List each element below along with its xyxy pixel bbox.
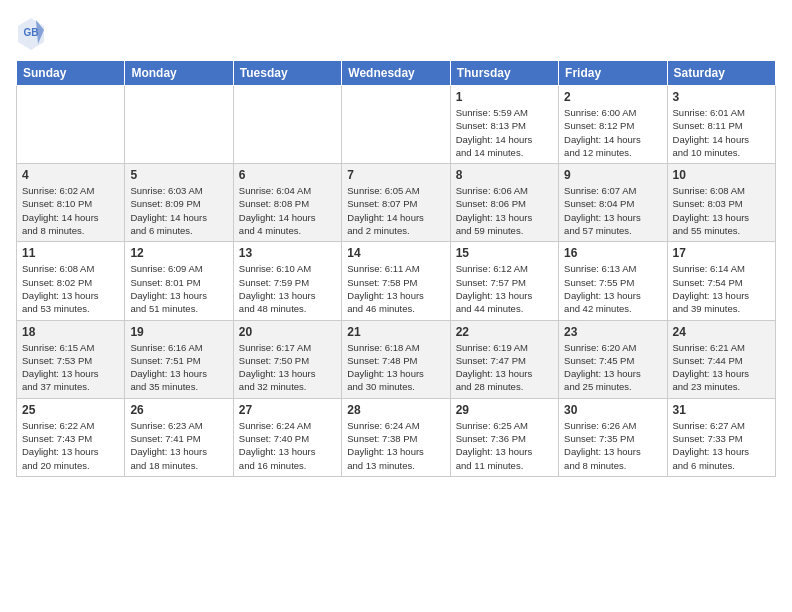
day-info: Sunrise: 6:26 AMSunset: 7:35 PMDaylight:…	[564, 419, 661, 472]
day-info: Sunrise: 6:08 AMSunset: 8:02 PMDaylight:…	[22, 262, 119, 315]
calendar-cell: 31Sunrise: 6:27 AMSunset: 7:33 PMDayligh…	[667, 398, 775, 476]
calendar-cell: 20Sunrise: 6:17 AMSunset: 7:50 PMDayligh…	[233, 320, 341, 398]
calendar-cell: 14Sunrise: 6:11 AMSunset: 7:58 PMDayligh…	[342, 242, 450, 320]
day-number: 29	[456, 403, 553, 417]
day-number: 31	[673, 403, 770, 417]
day-info: Sunrise: 6:01 AMSunset: 8:11 PMDaylight:…	[673, 106, 770, 159]
day-number: 15	[456, 246, 553, 260]
day-number: 20	[239, 325, 336, 339]
day-info: Sunrise: 6:04 AMSunset: 8:08 PMDaylight:…	[239, 184, 336, 237]
day-info: Sunrise: 6:16 AMSunset: 7:51 PMDaylight:…	[130, 341, 227, 394]
calendar-cell: 1Sunrise: 5:59 AMSunset: 8:13 PMDaylight…	[450, 86, 558, 164]
day-info: Sunrise: 6:03 AMSunset: 8:09 PMDaylight:…	[130, 184, 227, 237]
day-info: Sunrise: 6:15 AMSunset: 7:53 PMDaylight:…	[22, 341, 119, 394]
calendar-week-row: 18Sunrise: 6:15 AMSunset: 7:53 PMDayligh…	[17, 320, 776, 398]
day-number: 13	[239, 246, 336, 260]
day-info: Sunrise: 6:17 AMSunset: 7:50 PMDaylight:…	[239, 341, 336, 394]
calendar-cell: 25Sunrise: 6:22 AMSunset: 7:43 PMDayligh…	[17, 398, 125, 476]
day-info: Sunrise: 6:21 AMSunset: 7:44 PMDaylight:…	[673, 341, 770, 394]
day-number: 25	[22, 403, 119, 417]
calendar-cell: 19Sunrise: 6:16 AMSunset: 7:51 PMDayligh…	[125, 320, 233, 398]
day-number: 21	[347, 325, 444, 339]
day-number: 28	[347, 403, 444, 417]
logo-icon: GB	[16, 16, 46, 52]
calendar-cell: 30Sunrise: 6:26 AMSunset: 7:35 PMDayligh…	[559, 398, 667, 476]
day-number: 16	[564, 246, 661, 260]
day-info: Sunrise: 6:22 AMSunset: 7:43 PMDaylight:…	[22, 419, 119, 472]
calendar-cell: 11Sunrise: 6:08 AMSunset: 8:02 PMDayligh…	[17, 242, 125, 320]
page-header: GB	[16, 16, 776, 52]
day-number: 11	[22, 246, 119, 260]
logo: GB	[16, 16, 50, 52]
day-info: Sunrise: 6:25 AMSunset: 7:36 PMDaylight:…	[456, 419, 553, 472]
calendar-cell: 22Sunrise: 6:19 AMSunset: 7:47 PMDayligh…	[450, 320, 558, 398]
calendar-cell: 13Sunrise: 6:10 AMSunset: 7:59 PMDayligh…	[233, 242, 341, 320]
day-info: Sunrise: 5:59 AMSunset: 8:13 PMDaylight:…	[456, 106, 553, 159]
calendar-week-row: 4Sunrise: 6:02 AMSunset: 8:10 PMDaylight…	[17, 164, 776, 242]
calendar-cell: 24Sunrise: 6:21 AMSunset: 7:44 PMDayligh…	[667, 320, 775, 398]
calendar-cell: 7Sunrise: 6:05 AMSunset: 8:07 PMDaylight…	[342, 164, 450, 242]
calendar-cell: 26Sunrise: 6:23 AMSunset: 7:41 PMDayligh…	[125, 398, 233, 476]
day-number: 24	[673, 325, 770, 339]
calendar-cell: 29Sunrise: 6:25 AMSunset: 7:36 PMDayligh…	[450, 398, 558, 476]
calendar-week-row: 1Sunrise: 5:59 AMSunset: 8:13 PMDaylight…	[17, 86, 776, 164]
day-number: 17	[673, 246, 770, 260]
calendar-week-row: 11Sunrise: 6:08 AMSunset: 8:02 PMDayligh…	[17, 242, 776, 320]
day-info: Sunrise: 6:19 AMSunset: 7:47 PMDaylight:…	[456, 341, 553, 394]
day-of-week-header: Monday	[125, 61, 233, 86]
calendar-cell: 27Sunrise: 6:24 AMSunset: 7:40 PMDayligh…	[233, 398, 341, 476]
day-info: Sunrise: 6:07 AMSunset: 8:04 PMDaylight:…	[564, 184, 661, 237]
day-info: Sunrise: 6:20 AMSunset: 7:45 PMDaylight:…	[564, 341, 661, 394]
day-number: 8	[456, 168, 553, 182]
calendar-cell	[125, 86, 233, 164]
calendar-cell: 23Sunrise: 6:20 AMSunset: 7:45 PMDayligh…	[559, 320, 667, 398]
day-number: 19	[130, 325, 227, 339]
calendar-cell	[342, 86, 450, 164]
calendar-cell: 17Sunrise: 6:14 AMSunset: 7:54 PMDayligh…	[667, 242, 775, 320]
day-number: 27	[239, 403, 336, 417]
calendar-cell	[233, 86, 341, 164]
day-of-week-header: Wednesday	[342, 61, 450, 86]
day-info: Sunrise: 6:12 AMSunset: 7:57 PMDaylight:…	[456, 262, 553, 315]
day-info: Sunrise: 6:09 AMSunset: 8:01 PMDaylight:…	[130, 262, 227, 315]
day-number: 22	[456, 325, 553, 339]
svg-text:GB: GB	[24, 27, 39, 38]
day-info: Sunrise: 6:00 AMSunset: 8:12 PMDaylight:…	[564, 106, 661, 159]
calendar-cell: 28Sunrise: 6:24 AMSunset: 7:38 PMDayligh…	[342, 398, 450, 476]
day-of-week-header: Friday	[559, 61, 667, 86]
day-of-week-header: Sunday	[17, 61, 125, 86]
day-info: Sunrise: 6:23 AMSunset: 7:41 PMDaylight:…	[130, 419, 227, 472]
day-number: 26	[130, 403, 227, 417]
calendar-week-row: 25Sunrise: 6:22 AMSunset: 7:43 PMDayligh…	[17, 398, 776, 476]
calendar: SundayMondayTuesdayWednesdayThursdayFrid…	[16, 60, 776, 477]
calendar-cell: 2Sunrise: 6:00 AMSunset: 8:12 PMDaylight…	[559, 86, 667, 164]
day-number: 9	[564, 168, 661, 182]
day-info: Sunrise: 6:10 AMSunset: 7:59 PMDaylight:…	[239, 262, 336, 315]
day-number: 23	[564, 325, 661, 339]
day-number: 30	[564, 403, 661, 417]
day-of-week-header: Saturday	[667, 61, 775, 86]
day-info: Sunrise: 6:24 AMSunset: 7:40 PMDaylight:…	[239, 419, 336, 472]
day-info: Sunrise: 6:06 AMSunset: 8:06 PMDaylight:…	[456, 184, 553, 237]
day-info: Sunrise: 6:24 AMSunset: 7:38 PMDaylight:…	[347, 419, 444, 472]
day-info: Sunrise: 6:05 AMSunset: 8:07 PMDaylight:…	[347, 184, 444, 237]
day-number: 4	[22, 168, 119, 182]
day-number: 14	[347, 246, 444, 260]
calendar-cell: 4Sunrise: 6:02 AMSunset: 8:10 PMDaylight…	[17, 164, 125, 242]
day-number: 7	[347, 168, 444, 182]
day-number: 5	[130, 168, 227, 182]
day-number: 18	[22, 325, 119, 339]
calendar-cell: 10Sunrise: 6:08 AMSunset: 8:03 PMDayligh…	[667, 164, 775, 242]
day-of-week-header: Tuesday	[233, 61, 341, 86]
day-info: Sunrise: 6:14 AMSunset: 7:54 PMDaylight:…	[673, 262, 770, 315]
calendar-cell	[17, 86, 125, 164]
day-info: Sunrise: 6:13 AMSunset: 7:55 PMDaylight:…	[564, 262, 661, 315]
calendar-cell: 3Sunrise: 6:01 AMSunset: 8:11 PMDaylight…	[667, 86, 775, 164]
day-info: Sunrise: 6:18 AMSunset: 7:48 PMDaylight:…	[347, 341, 444, 394]
calendar-cell: 18Sunrise: 6:15 AMSunset: 7:53 PMDayligh…	[17, 320, 125, 398]
calendar-cell: 6Sunrise: 6:04 AMSunset: 8:08 PMDaylight…	[233, 164, 341, 242]
day-info: Sunrise: 6:27 AMSunset: 7:33 PMDaylight:…	[673, 419, 770, 472]
day-info: Sunrise: 6:11 AMSunset: 7:58 PMDaylight:…	[347, 262, 444, 315]
day-number: 10	[673, 168, 770, 182]
calendar-cell: 8Sunrise: 6:06 AMSunset: 8:06 PMDaylight…	[450, 164, 558, 242]
